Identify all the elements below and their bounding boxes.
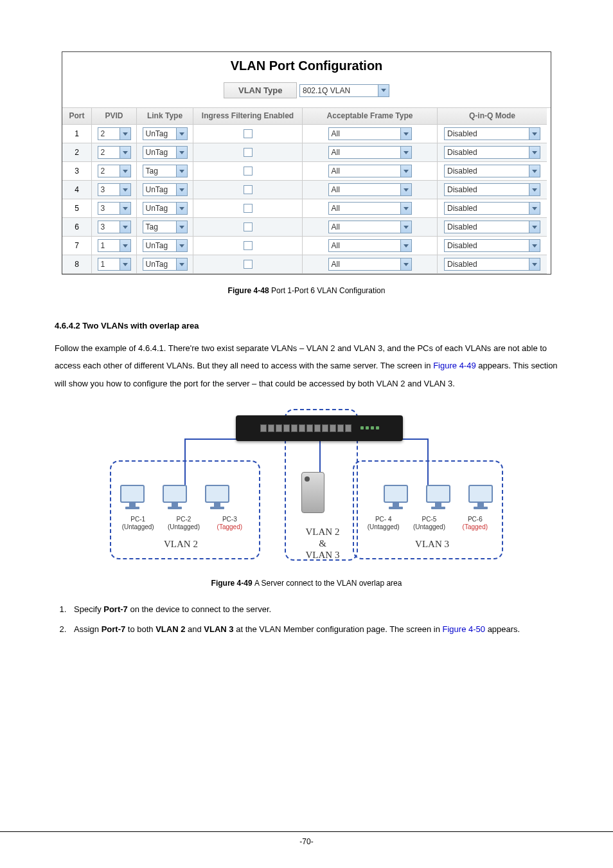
chevron-down-icon [120, 203, 130, 214]
dropdown[interactable]: 3 [98, 183, 131, 196]
dropdown[interactable]: UnTag [143, 258, 188, 271]
dropdown[interactable]: All [328, 202, 412, 215]
figure-link-4-50[interactable]: Figure 4-50 [443, 624, 485, 634]
pc-label: PC-5(Untagged) [408, 516, 450, 531]
dropdown[interactable]: 1 [98, 258, 131, 271]
dropdown[interactable]: Disabled [444, 239, 540, 252]
dropdown[interactable]: 2 [98, 165, 131, 177]
dropdown-value: All [332, 167, 340, 176]
dropdown[interactable]: 3 [98, 221, 131, 233]
chevron-down-icon [400, 128, 411, 140]
ingress-cell [193, 181, 303, 199]
pc-icon [426, 485, 450, 509]
dropdown-value: Tag [146, 222, 158, 231]
dropdown[interactable]: All [328, 146, 412, 159]
dropdown[interactable]: Disabled [444, 221, 540, 233]
qinq-cell: Disabled [438, 181, 547, 199]
dropdown[interactable]: UnTag [143, 127, 188, 140]
chevron-down-icon [120, 128, 130, 140]
dropdown-value: Disabled [447, 204, 477, 213]
left-uplink-line [184, 439, 186, 485]
pc-label: PC- 4(Untagged) [362, 516, 405, 531]
dropdown[interactable]: 2 [98, 127, 131, 140]
ingress-checkbox[interactable] [244, 204, 253, 213]
ingress-checkbox[interactable] [244, 185, 253, 194]
dropdown[interactable]: Tag [143, 165, 188, 177]
ingress-cell [193, 218, 303, 237]
chevron-down-icon [120, 240, 130, 251]
dropdown-value: UnTag [146, 204, 168, 213]
ingress-checkbox[interactable] [244, 167, 253, 176]
chevron-down-icon [529, 165, 540, 177]
chevron-down-icon [120, 184, 130, 195]
dropdown-value: 3 [101, 185, 105, 194]
linktype-cell: UnTag [137, 125, 193, 143]
ingress-checkbox[interactable] [244, 129, 253, 138]
chevron-down-icon [176, 128, 187, 140]
dropdown[interactable]: UnTag [143, 183, 188, 196]
dropdown-value: Tag [146, 167, 158, 176]
dropdown-value: 1 [101, 260, 105, 269]
qinq-cell: Disabled [438, 218, 547, 237]
dropdown[interactable]: All [328, 127, 412, 140]
ingress-checkbox[interactable] [244, 148, 253, 157]
vlan-overlap-label: VLAN 2 & VLAN 3 [300, 526, 345, 561]
vlan-panel-title: VLAN Port Configuration [62, 52, 551, 77]
dropdown[interactable]: All [328, 165, 412, 177]
ingress-cell [193, 125, 303, 143]
dropdown[interactable]: All [328, 258, 412, 271]
dropdown-value: 2 [101, 167, 105, 176]
ingress-checkbox[interactable] [244, 222, 253, 231]
left-top-line [184, 439, 242, 440]
chevron-down-icon [120, 147, 130, 158]
dropdown[interactable]: Disabled [444, 258, 540, 271]
dropdown-value: Disabled [447, 148, 477, 157]
pvid-cell: 2 [92, 125, 137, 143]
pc-icon [205, 485, 229, 509]
chevron-down-icon [176, 165, 187, 177]
dropdown[interactable]: All [328, 183, 412, 196]
dropdown[interactable]: Disabled [444, 146, 540, 159]
dropdown[interactable]: Tag [143, 221, 188, 233]
dropdown-value: Disabled [447, 167, 477, 176]
dropdown-value: Disabled [447, 222, 477, 231]
figure-link-4-49[interactable]: Figure 4-49 [433, 361, 475, 370]
aft-cell: All [303, 125, 438, 143]
pc-label: PC-6(Tagged) [454, 516, 496, 531]
chevron-down-icon [400, 240, 411, 251]
dropdown[interactable]: UnTag [143, 239, 188, 252]
chevron-down-icon [176, 203, 187, 214]
steps-list: Specify Port-7 on the device to connect … [55, 601, 558, 638]
port-cell: 1 [62, 125, 92, 143]
dropdown[interactable]: UnTag [143, 146, 188, 159]
dropdown-value: UnTag [146, 148, 168, 157]
aft-cell: All [303, 181, 438, 199]
dropdown-value: Disabled [447, 241, 477, 250]
dropdown[interactable]: Disabled [444, 183, 540, 196]
pvid-cell: 1 [92, 237, 137, 255]
dropdown[interactable]: 3 [98, 202, 131, 215]
pc-icon [384, 485, 408, 509]
ingress-checkbox[interactable] [244, 241, 253, 250]
network-diagram: PC-1(Untagged)PC-2(Untagged)PC-3(Tagged)… [107, 401, 506, 575]
ingress-checkbox[interactable] [244, 260, 253, 269]
dropdown[interactable]: 2 [98, 146, 131, 159]
linktype-cell: UnTag [137, 237, 193, 255]
table-header: Ingress Filtering Enabled [193, 108, 303, 125]
dropdown[interactable]: All [328, 239, 412, 252]
dropdown[interactable]: All [328, 221, 412, 233]
pc-labels-right: PC- 4(Untagged)PC-5(Untagged)PC-6(Tagged… [360, 516, 498, 531]
vlan-type-select[interactable]: 802.1Q VLAN [299, 84, 389, 97]
dropdown-value: 2 [101, 148, 105, 157]
section-heading: 4.6.4.2 Two VLANs with overlap area [55, 321, 558, 330]
vlan-type-row: VLAN Type 802.1Q VLAN [62, 77, 551, 107]
dropdown[interactable]: 1 [98, 239, 131, 252]
aft-cell: All [303, 162, 438, 181]
linktype-cell: Tag [137, 218, 193, 237]
dropdown[interactable]: Disabled [444, 202, 540, 215]
chevron-down-icon [529, 240, 540, 251]
dropdown[interactable]: Disabled [444, 165, 540, 177]
dropdown[interactable]: Disabled [444, 127, 540, 140]
dropdown-value: 3 [101, 222, 105, 231]
dropdown[interactable]: UnTag [143, 202, 188, 215]
